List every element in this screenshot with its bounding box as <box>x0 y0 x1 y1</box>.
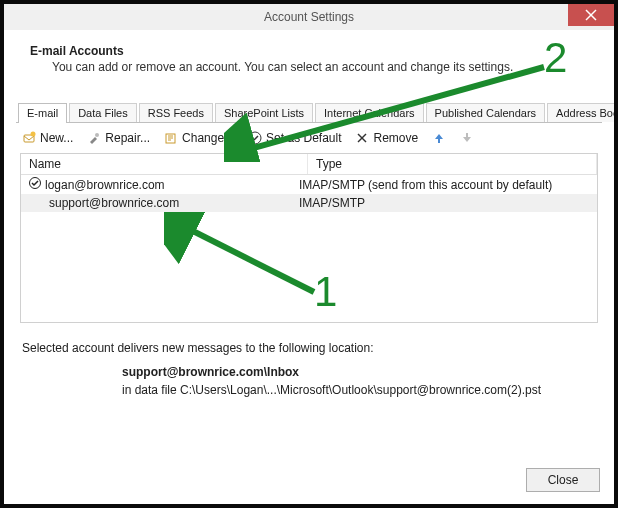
delivery-location: support@brownrice.com\Inbox <box>22 365 596 379</box>
set-default-icon <box>248 131 262 145</box>
set-default-label: Set as Default <box>266 131 341 145</box>
col-header-type[interactable]: Type <box>308 154 597 174</box>
tab-row: E-mail Data Files RSS Feeds SharePoint L… <box>16 102 602 123</box>
tab-sharepoint-lists[interactable]: SharePoint Lists <box>215 103 313 122</box>
set-default-button[interactable]: Set as Default <box>248 131 341 145</box>
toolbar: New... Repair... Change... Set as Defaul… <box>16 123 602 153</box>
remove-label: Remove <box>373 131 418 145</box>
account-name: logan@brownrice.com <box>45 178 165 192</box>
move-up-button[interactable] <box>432 131 446 145</box>
delivery-intro: Selected account delivers new messages t… <box>22 341 596 355</box>
repair-icon <box>87 131 101 145</box>
repair-button[interactable]: Repair... <box>87 131 150 145</box>
tab-published-calendars[interactable]: Published Calendars <box>426 103 546 122</box>
close-icon <box>585 9 597 21</box>
close-label: Close <box>548 473 579 487</box>
tab-data-files[interactable]: Data Files <box>69 103 137 122</box>
svg-point-3 <box>31 132 36 137</box>
section-title: E-mail Accounts <box>16 44 602 60</box>
list-header: Name Type <box>21 154 597 175</box>
remove-icon <box>355 131 369 145</box>
delivery-info: Selected account delivers new messages t… <box>22 341 596 397</box>
new-button[interactable]: New... <box>22 131 73 145</box>
move-down-button[interactable] <box>460 131 474 145</box>
table-row[interactable]: support@brownrice.com IMAP/SMTP <box>21 194 597 212</box>
default-check-icon <box>29 177 41 192</box>
dialog-body: E-mail Accounts You can add or remove an… <box>4 30 614 504</box>
col-header-name[interactable]: Name <box>21 154 308 174</box>
repair-label: Repair... <box>105 131 150 145</box>
arrow-up-icon <box>432 131 446 145</box>
window-close-button[interactable] <box>568 4 614 26</box>
delivery-detail: in data file C:\Users\Logan\...\Microsof… <box>22 383 596 397</box>
change-icon <box>164 131 178 145</box>
window-title: Account Settings <box>264 10 354 24</box>
change-button[interactable]: Change... <box>164 131 234 145</box>
titlebar: Account Settings <box>4 4 614 31</box>
account-settings-window: Account Settings E-mail Accounts You can… <box>0 0 618 508</box>
table-row[interactable]: logan@brownrice.com IMAP/SMTP (send from… <box>21 175 597 194</box>
new-icon <box>22 131 36 145</box>
new-label: New... <box>40 131 73 145</box>
remove-button[interactable]: Remove <box>355 131 418 145</box>
account-name: support@brownrice.com <box>49 196 179 210</box>
tab-internet-calendars[interactable]: Internet Calendars <box>315 103 424 122</box>
account-type: IMAP/SMTP <box>291 194 597 212</box>
tab-address-books[interactable]: Address Books <box>547 103 618 122</box>
arrow-down-icon <box>460 131 474 145</box>
section-subtitle: You can add or remove an account. You ca… <box>16 60 602 74</box>
change-label: Change... <box>182 131 234 145</box>
account-type: IMAP/SMTP (send from this account by def… <box>291 176 597 194</box>
account-list: Name Type logan@brownrice.com IMAP/SMTP … <box>20 153 598 323</box>
tab-rss-feeds[interactable]: RSS Feeds <box>139 103 213 122</box>
svg-point-4 <box>95 133 99 137</box>
close-button[interactable]: Close <box>526 468 600 492</box>
tab-email[interactable]: E-mail <box>18 103 67 123</box>
section-header: E-mail Accounts You can add or remove an… <box>16 44 602 74</box>
